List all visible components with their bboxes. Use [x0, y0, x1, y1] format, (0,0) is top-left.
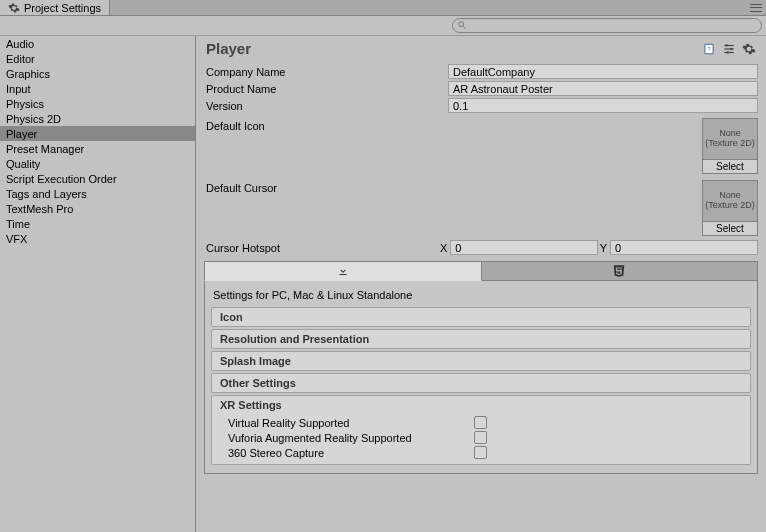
sidebar-item-label: Audio — [6, 38, 34, 50]
sidebar-item-editor[interactable]: Editor — [0, 51, 195, 66]
sidebar-item-label: Quality — [6, 158, 40, 170]
gear-icon — [742, 42, 756, 56]
sidebar-item-label: TextMesh Pro — [6, 203, 73, 215]
cursor-hotspot-label: Cursor Hotspot — [204, 242, 439, 254]
settings-button[interactable] — [742, 42, 756, 56]
default-icon-label: Default Icon — [204, 118, 448, 132]
sidebar-item-label: Player — [6, 128, 37, 140]
sidebar-item-script-execution-order[interactable]: Script Execution Order — [0, 171, 195, 186]
menu-icon — [750, 4, 762, 12]
sidebar-item-tags-layers[interactable]: Tags and Layers — [0, 186, 195, 201]
sidebar-item-audio[interactable]: Audio — [0, 36, 195, 51]
window-menu-button[interactable] — [750, 4, 766, 12]
content-panel: Player ? Company Name — [196, 36, 766, 532]
search-input[interactable] — [452, 18, 762, 33]
xr-body: Virtual Reality Supported Vuforia Augmen… — [211, 413, 751, 465]
company-name-label: Company Name — [204, 66, 448, 78]
sidebar-item-label: Tags and Layers — [6, 188, 87, 200]
section-splash[interactable]: Splash Image — [211, 351, 751, 371]
svg-point-8 — [726, 44, 728, 46]
help-button[interactable]: ? — [702, 42, 716, 56]
sidebar-item-label: Script Execution Order — [6, 173, 117, 185]
svg-line-1 — [463, 26, 466, 29]
svg-point-10 — [727, 51, 729, 53]
search-icon — [457, 20, 467, 30]
presets-button[interactable] — [722, 42, 736, 56]
stereo-capture-checkbox[interactable] — [474, 446, 487, 459]
sidebar-item-preset-manager[interactable]: Preset Manager — [0, 141, 195, 156]
sidebar-item-graphics[interactable]: Graphics — [0, 66, 195, 81]
sidebar-item-vfx[interactable]: VFX — [0, 231, 195, 246]
product-name-input[interactable] — [448, 81, 758, 96]
platform-tab-standalone[interactable] — [204, 261, 482, 281]
product-name-label: Product Name — [204, 83, 448, 95]
sidebar-item-label: Input — [6, 83, 30, 95]
section-resolution[interactable]: Resolution and Presentation — [211, 329, 751, 349]
page-title: Player — [206, 40, 251, 57]
download-icon — [337, 265, 349, 277]
platform-tab-webgl[interactable] — [482, 261, 759, 281]
sidebar-item-label: Editor — [6, 53, 35, 65]
platform-tabs — [204, 261, 758, 281]
default-icon-select-button[interactable]: Select — [702, 160, 758, 174]
hotspot-x-label: X — [439, 242, 451, 254]
sidebar: Audio Editor Graphics Input Physics Phys… — [0, 36, 196, 532]
version-input[interactable] — [448, 98, 758, 113]
titlebar: Project Settings — [0, 0, 766, 16]
html5-icon — [612, 264, 626, 278]
window-title: Project Settings — [24, 2, 101, 14]
vuforia-supported-label: Vuforia Augmented Reality Supported — [212, 432, 474, 444]
company-name-input[interactable] — [448, 64, 758, 79]
vr-supported-checkbox[interactable] — [474, 416, 487, 429]
section-xr[interactable]: XR Settings — [211, 395, 751, 415]
svg-point-9 — [730, 47, 732, 49]
vr-supported-label: Virtual Reality Supported — [212, 417, 474, 429]
vuforia-supported-checkbox[interactable] — [474, 431, 487, 444]
sidebar-item-label: Physics — [6, 98, 44, 110]
hotspot-y-label: Y — [598, 242, 610, 254]
platform-panel: Settings for PC, Mac & Linux Standalone … — [204, 281, 758, 474]
sidebar-item-label: Graphics — [6, 68, 50, 80]
sidebar-item-physics[interactable]: Physics — [0, 96, 195, 111]
sidebar-item-input[interactable]: Input — [0, 81, 195, 96]
window-tab[interactable]: Project Settings — [0, 0, 110, 15]
sidebar-item-label: Physics 2D — [6, 113, 61, 125]
search-bar — [0, 16, 766, 36]
sidebar-item-quality[interactable]: Quality — [0, 156, 195, 171]
sidebar-item-label: VFX — [6, 233, 27, 245]
hotspot-x-input[interactable] — [450, 240, 598, 255]
sidebar-item-label: Time — [6, 218, 30, 230]
version-label: Version — [204, 100, 448, 112]
sidebar-item-textmesh-pro[interactable]: TextMesh Pro — [0, 201, 195, 216]
sliders-icon — [722, 42, 736, 56]
sidebar-item-player[interactable]: Player — [0, 126, 195, 141]
hotspot-y-input[interactable] — [610, 240, 758, 255]
sidebar-item-label: Preset Manager — [6, 143, 84, 155]
default-cursor-preview[interactable]: None(Texture 2D) — [702, 180, 758, 222]
section-other[interactable]: Other Settings — [211, 373, 751, 393]
book-icon: ? — [702, 42, 716, 56]
sidebar-item-time[interactable]: Time — [0, 216, 195, 231]
sidebar-item-physics2d[interactable]: Physics 2D — [0, 111, 195, 126]
stereo-capture-label: 360 Stereo Capture — [212, 447, 474, 459]
default-cursor-label: Default Cursor — [204, 180, 448, 194]
section-icon[interactable]: Icon — [211, 307, 751, 327]
gear-icon — [8, 2, 20, 14]
default-cursor-select-button[interactable]: Select — [702, 222, 758, 236]
default-icon-preview[interactable]: None(Texture 2D) — [702, 118, 758, 160]
platform-panel-title: Settings for PC, Mac & Linux Standalone — [211, 287, 751, 305]
svg-point-0 — [459, 22, 464, 27]
